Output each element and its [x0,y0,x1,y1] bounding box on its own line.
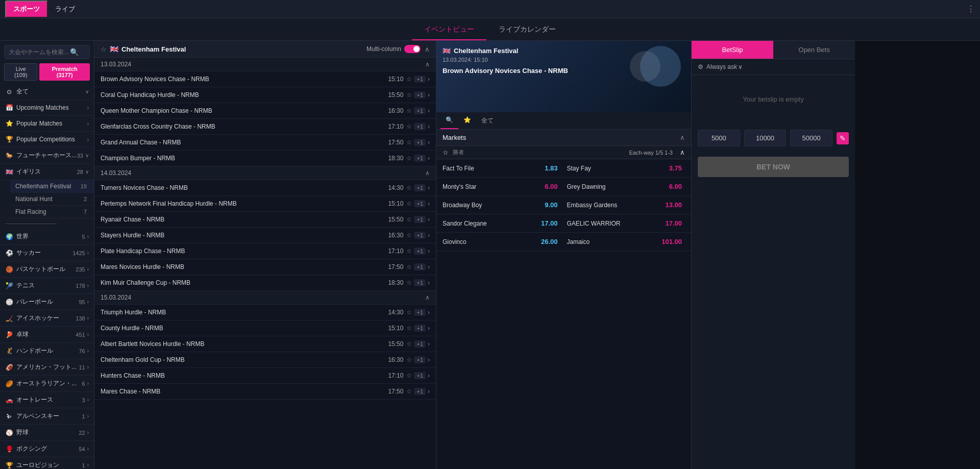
runner-right-odds-4[interactable]: 17.00 [649,218,685,229]
betslip-tab-betslip[interactable]: BetSlip [692,41,773,59]
race-arrow-3-5[interactable]: › [428,372,430,379]
sidebar-item-tennis[interactable]: 🎾 テニス 178 › [0,278,94,294]
live-button[interactable]: Live (109) [4,63,37,81]
sidebar-item-americanfootball[interactable]: 🏈 アメリカン・フット... 11 › [0,359,94,376]
runner-odds-2[interactable]: 6.00 [525,181,561,192]
race-star-icon-2-2[interactable]: ☆ [406,200,412,207]
race-star-icon-3-4[interactable]: ☆ [406,356,412,363]
stake-edit-button[interactable]: ✎ [837,132,849,144]
race-arrow-3-4[interactable]: › [428,356,430,363]
race-row-1-1[interactable]: Brown Advisory Novices Chase - NRMB 15:1… [94,71,436,87]
sidebar-item-handball[interactable]: 🤾 ハンドボール 76 › [0,343,94,359]
runner-odds-4[interactable]: 17.00 [525,218,561,229]
race-star-icon-2-5[interactable]: ☆ [406,248,412,255]
live-tab[interactable]: ライブ [48,2,82,17]
date-collapse-icon-2[interactable]: ∧ [425,169,430,177]
markets-collapse-icon[interactable]: ∧ [680,134,685,141]
race-row-1-6[interactable]: Champion Bumper - NRMB 18:30 ☆ +1 › [94,151,436,166]
race-arrow-1-1[interactable]: › [428,76,430,83]
stake-button-3[interactable]: 50000 [790,130,832,146]
race-arrow-3-1[interactable]: › [428,309,430,316]
sidebar-item-world[interactable]: 🌍 世界 5 › [0,229,94,245]
race-row-3-3[interactable]: Albert Bartlett Novices Hurdle - NRMB 15… [94,336,436,352]
race-row-3-6[interactable]: Mares Chase - NRMB 17:50 ☆ +1 › [94,384,436,400]
race-arrow-2-3[interactable]: › [428,216,430,223]
race-row-2-7[interactable]: Kim Muir Challenge Cup - NRMB 18:30 ☆ +1… [94,275,436,291]
tab-event-view[interactable]: イベントビュー [412,20,486,40]
stake-button-2[interactable]: 10000 [744,130,787,146]
race-row-1-5[interactable]: Grand Annual Chase - NRMB 17:50 ☆ +1 › [94,135,436,151]
race-star-icon-1-6[interactable]: ☆ [406,155,412,162]
sports-tab[interactable]: スポーツ [5,1,48,18]
runner-odds-5[interactable]: 26.00 [525,236,561,247]
race-star-icon-1-2[interactable]: ☆ [406,91,412,98]
race-star-icon-2-7[interactable]: ☆ [406,279,412,286]
race-star-icon-3-1[interactable]: ☆ [406,309,412,316]
race-row-2-3[interactable]: Ryanair Chase - NRMB 15:50 ☆ +1 › [94,212,436,228]
race-star-icon-3-3[interactable]: ☆ [406,340,412,348]
race-arrow-2-6[interactable]: › [428,263,430,270]
event-list-collapse-icon[interactable]: ∧ [425,45,430,53]
sidebar-item-volleyball[interactable]: 🏐 バレーボール 95 › [0,294,94,310]
race-row-2-1[interactable]: Turners Novices Chase - NRMB 14:30 ☆ +1 … [94,180,436,196]
multi-column-switch[interactable] [404,45,421,53]
sidebar-item-soccer[interactable]: ⚽ サッカー 1425 › [0,245,94,261]
detail-tab-all[interactable]: 全て [476,112,499,129]
race-arrow-3-6[interactable]: › [428,388,430,395]
winner-star-icon[interactable]: ☆ [443,149,449,156]
race-arrow-3-3[interactable]: › [428,340,430,348]
search-input[interactable] [9,48,70,56]
sidebar-item-future-horse[interactable]: 🐎 フューチャーホース... 33 ∨ [0,147,94,164]
race-arrow-1-6[interactable]: › [428,155,430,162]
race-star-icon-1-4[interactable]: ☆ [406,123,412,130]
race-row-3-5[interactable]: Hunters Chase - NRMB 17:10 ☆ +1 › [94,368,436,384]
race-star-icon-3-2[interactable]: ☆ [406,325,412,332]
race-row-1-2[interactable]: Coral Cup Handicap Hurdle - NRMB 15:50 ☆… [94,87,436,103]
race-star-icon-1-1[interactable]: ☆ [406,76,412,83]
sidebar-item-skiing[interactable]: ⛷ アルペンスキー 1 › [0,408,94,425]
race-star-icon-1-5[interactable]: ☆ [406,139,412,146]
betslip-tab-openbets[interactable]: Open Bets [773,41,855,59]
race-arrow-1-4[interactable]: › [428,123,430,130]
race-star-icon-2-4[interactable]: ☆ [406,232,412,239]
race-arrow-2-2[interactable]: › [428,200,430,207]
detail-tab-search[interactable]: 🔍 [440,112,458,129]
race-arrow-2-1[interactable]: › [428,184,430,191]
bet-now-button[interactable]: BET NOW [698,157,849,177]
sidebar-item-icehockey[interactable]: 🏒 アイスホッケー 138 › [0,310,94,327]
date-collapse-icon-3[interactable]: ∧ [425,294,430,301]
runner-odds-3[interactable]: 9.00 [525,200,561,210]
runner-right-odds-2[interactable]: 6.00 [649,181,685,192]
sidebar-item-basketball[interactable]: 🏀 バスケットボール 235 › [0,261,94,278]
race-arrow-2-5[interactable]: › [428,248,430,255]
race-arrow-1-3[interactable]: › [428,107,430,114]
sidebar-item-flat-racing[interactable]: Flat Racing 7 [10,206,94,218]
race-row-1-3[interactable]: Queen Mother Champion Chase - NRMB 16:30… [94,103,436,119]
sidebar-item-upcoming[interactable]: 📅 Upcoming Matches › [0,100,94,116]
sidebar-item-cheltenham[interactable]: Cheltenham Festival 19 [10,180,94,193]
race-arrow-3-2[interactable]: › [428,325,430,332]
race-row-3-1[interactable]: Triumph Hurdle - NRMB 14:30 ☆ +1 › [94,305,436,320]
race-star-icon-3-6[interactable]: ☆ [406,388,412,395]
tab-live-calendar[interactable]: ライブカレンダー [486,20,568,40]
runner-odds-1[interactable]: 1.83 [525,163,561,174]
race-arrow-1-5[interactable]: › [428,139,430,146]
sidebar-item-uk[interactable]: 🇬🇧 イギリス 28 ∨ [0,164,94,180]
detail-tab-star[interactable]: ⭐ [458,112,476,129]
race-row-2-2[interactable]: Pertemps Network Final Handicap Hurdle -… [94,196,436,212]
multi-column-toggle[interactable]: Multi-column [366,45,421,53]
prematch-button[interactable]: Prematch (3177) [39,63,90,81]
more-options-icon[interactable]: ⋮ [967,5,975,13]
sidebar-item-popular[interactable]: ⭐ Popular Matches › [0,116,94,132]
runner-right-odds-3[interactable]: 13.00 [649,200,685,210]
race-row-2-6[interactable]: Mares Novices Hurdle - NRMB 17:50 ☆ +1 › [94,259,436,275]
search-icon[interactable]: 🔍 [70,48,79,56]
race-row-2-5[interactable]: Plate Handicap Chase - NRMB 17:10 ☆ +1 › [94,243,436,259]
stake-button-1[interactable]: 5000 [698,130,740,146]
sidebar-item-eurovision[interactable]: 🏆 ユーロビジョン 1 › [0,457,94,469]
race-row-3-4[interactable]: Cheltenham Gold Cup - NRMB 16:30 ☆ +1 › [94,352,436,368]
race-star-icon-2-6[interactable]: ☆ [406,263,412,270]
race-row-3-2[interactable]: County Hurdle - NRMB 15:10 ☆ +1 › [94,320,436,336]
race-arrow-1-2[interactable]: › [428,91,430,98]
sidebar-item-boxing[interactable]: 🥊 ボクシング 54 › [0,441,94,457]
